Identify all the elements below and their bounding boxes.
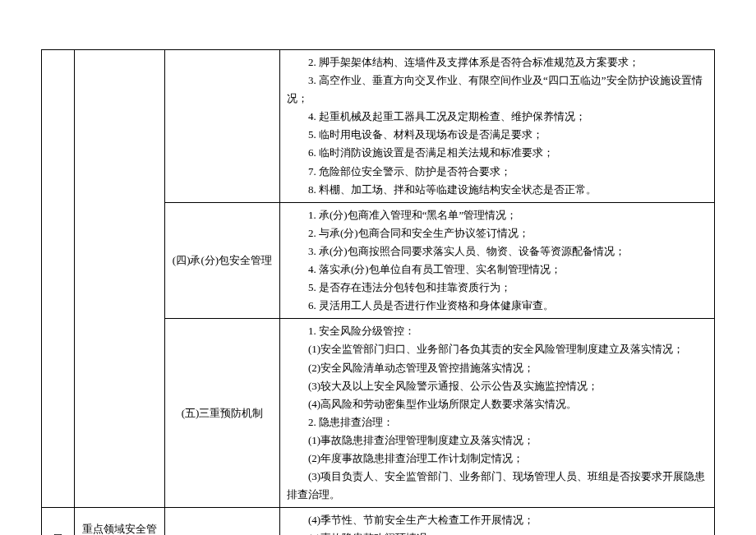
cell-index-2: 二 bbox=[42, 508, 75, 535]
content-line: 3. 承(分)包商按照合同要求落实人员、物资、设备等资源配备情况； bbox=[287, 242, 708, 261]
content-line: (1)事故隐患排查治理管理制度建立及落实情况； bbox=[287, 431, 708, 450]
cell-subcat-blank2 bbox=[165, 508, 280, 535]
content-line: (3)较大及以上安全风险警示通报、公示公告及实施监控情况； bbox=[287, 377, 708, 395]
cell-category-2: 重点领域安全管控情况 bbox=[75, 508, 165, 535]
content-line: 2. 隐患排查治理： bbox=[287, 413, 708, 431]
content-line: (3)项目负责人、安全监管部门、业务部门、现场管理人员、班组是否按要求开展隐患排… bbox=[287, 468, 708, 504]
cell-content-2: 1. 安全风险分级管控： (1)安全监管部门归口、业务部门各负其责的安全风险管理… bbox=[280, 319, 715, 508]
content-line: 1. 安全风险分级管控： bbox=[287, 322, 708, 340]
content-line: 6. 临时消防设施设置是否满足相关法规和标准要求； bbox=[287, 144, 708, 162]
content-line: 4. 落实承(分)包单位自有员工管理、实名制管理情况； bbox=[287, 261, 708, 279]
cell-content-0: 2. 脚手架架体结构、连墙件及支撑体系是否符合标准规范及方案要求； 3. 高空作… bbox=[280, 50, 715, 203]
cell-subcat-5: (五)三重预防机制 bbox=[165, 319, 280, 508]
content-line: 1. 承(分)包商准入管理和“黑名单”管理情况； bbox=[287, 206, 708, 224]
content-line: 7. 危险部位安全警示、防护是否符合要求； bbox=[287, 163, 708, 181]
content-line: 5. 临时用电设备、材料及现场布设是否满足要求； bbox=[287, 126, 708, 144]
content-line: (4)高风险和劳动密集型作业场所限定人数要求落实情况。 bbox=[287, 395, 708, 413]
content-line: (2)年度事故隐患排查治理工作计划制定情况； bbox=[287, 450, 708, 468]
table-row: 2. 脚手架架体结构、连墙件及支撑体系是否符合标准规范及方案要求； 3. 高空作… bbox=[42, 50, 715, 203]
cell-content-3: (4)季节性、节前安全生产大检查工作开展情况； (5)事故隐患整改闭环情况。 3… bbox=[280, 508, 715, 535]
cell-subcat-4: (四)承(分)包安全管理 bbox=[165, 202, 280, 319]
content-line: (5)事故隐患整改闭环情况。 bbox=[287, 529, 708, 535]
content-line: 2. 脚手架架体结构、连墙件及支撑体系是否符合标准规范及方案要求； bbox=[287, 53, 708, 71]
content-line: 4. 起重机械及起重工器具工况及定期检查、维护保养情况； bbox=[287, 108, 708, 126]
content-line: 6. 灵活用工人员是否进行作业资格和身体健康审查。 bbox=[287, 297, 708, 315]
content-line: (2)安全风险清单动态管理及管控措施落实情况； bbox=[287, 359, 708, 377]
cell-index-blank bbox=[42, 50, 75, 508]
cell-subcat-blank bbox=[165, 50, 280, 203]
content-line: 5. 是否存在违法分包转包和挂靠资质行为； bbox=[287, 279, 708, 297]
content-line: 2. 与承(分)包商合同和安全生产协议签订情况； bbox=[287, 224, 708, 242]
cell-category-blank bbox=[75, 50, 165, 508]
cell-content-1: 1. 承(分)包商准入管理和“黑名单”管理情况； 2. 与承(分)包商合同和安全… bbox=[280, 202, 715, 319]
content-line: 8. 料棚、加工场、拌和站等临建设施结构安全状态是否正常。 bbox=[287, 181, 708, 199]
content-line: (4)季节性、节前安全生产大检查工作开展情况； bbox=[287, 511, 708, 529]
table-row: 二 重点领域安全管控情况 (4)季节性、节前安全生产大检查工作开展情况； (5)… bbox=[42, 508, 715, 535]
content-line: (1)安全监管部门归口、业务部门各负其责的安全风险管理制度建立及落实情况； bbox=[287, 340, 708, 358]
document-table: 2. 脚手架架体结构、连墙件及支撑体系是否符合标准规范及方案要求； 3. 高空作… bbox=[41, 49, 715, 535]
content-line: 3. 高空作业、垂直方向交叉作业、有限空间作业及“四口五临边”安全防护设施设置情… bbox=[287, 71, 708, 108]
